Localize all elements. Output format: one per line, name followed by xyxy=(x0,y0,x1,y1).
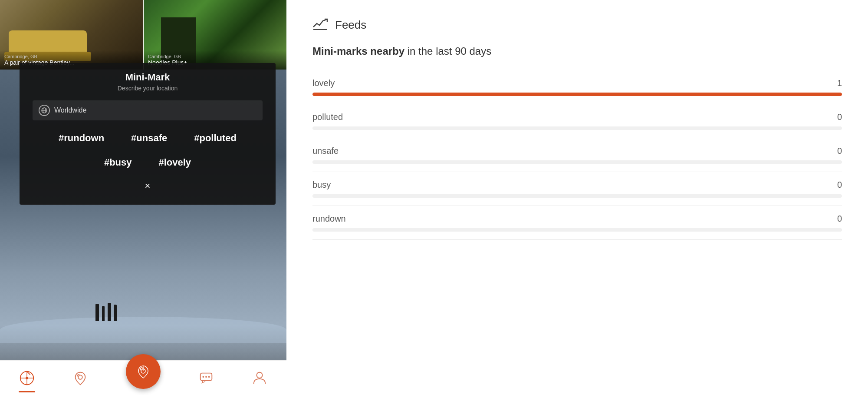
feed-bar-track xyxy=(312,93,842,96)
feed-item: rundown0 xyxy=(312,206,842,240)
location-label: Worldwide xyxy=(54,106,86,114)
wave-decoration xyxy=(0,317,286,343)
svg-point-13 xyxy=(208,376,210,378)
tag-busy[interactable]: #busy xyxy=(97,153,139,172)
tag-polluted[interactable]: #polluted xyxy=(187,129,243,147)
feed-bar-track xyxy=(312,194,842,198)
left-panel: Cambridge, GB A pair of vintage Bentley.… xyxy=(0,0,286,395)
feed-item: polluted0 xyxy=(312,104,842,138)
nav-item-profile[interactable] xyxy=(251,370,268,386)
nav-item-marks[interactable] xyxy=(72,370,89,386)
person-silhouette xyxy=(108,303,111,321)
image-card-1[interactable]: Cambridge, GB A pair of vintage Bentley.… xyxy=(0,0,144,70)
tag-lovely[interactable]: #lovely xyxy=(151,153,198,172)
feed-bar-track xyxy=(312,228,842,232)
feed-item: unsafe0 xyxy=(312,138,842,172)
image-card-2[interactable]: Cambridge, GB Noodles Plus+ xyxy=(144,0,286,70)
feed-item-label: busy xyxy=(312,180,331,190)
feed-item-count: 0 xyxy=(837,214,842,224)
tags-grid: #rundown #unsafe #polluted #busy #lovely xyxy=(33,129,263,172)
tag-rundown[interactable]: #rundown xyxy=(52,129,111,147)
popup-subtitle: Describe your location xyxy=(33,85,263,92)
person-silhouette xyxy=(114,305,117,321)
feed-item-label: unsafe xyxy=(312,146,339,156)
svg-point-12 xyxy=(205,376,207,378)
svg-point-8 xyxy=(79,375,83,379)
feeds-title: Feeds xyxy=(335,18,366,32)
tag-unsafe[interactable]: #unsafe xyxy=(124,129,174,147)
feed-bar-track xyxy=(312,126,842,130)
feed-item-label: polluted xyxy=(312,112,343,122)
feed-bar-track xyxy=(312,160,842,164)
feed-item: busy0 xyxy=(312,172,842,206)
nearby-title: Mini-marks nearby in the last 90 days xyxy=(312,45,842,57)
fab-button[interactable] xyxy=(126,354,161,389)
feed-item-count: 1 xyxy=(837,78,842,88)
popup-title: Mini-Mark xyxy=(33,72,263,83)
feed-item-count: 0 xyxy=(837,180,842,190)
feed-item-count: 0 xyxy=(837,112,842,122)
top-images: Cambridge, GB A pair of vintage Bentley.… xyxy=(0,0,286,70)
feeds-header: Feeds xyxy=(312,17,842,32)
feed-bar-fill xyxy=(312,93,842,96)
feed-item-label: rundown xyxy=(312,214,346,224)
feed-item: lovely1 xyxy=(312,70,842,104)
svg-point-11 xyxy=(202,376,204,378)
right-panel: Feeds Mini-marks nearby in the last 90 d… xyxy=(286,0,868,395)
person-silhouette xyxy=(102,306,105,321)
svg-point-7 xyxy=(26,377,28,379)
feed-item-label: lovely xyxy=(312,78,335,88)
image-location-1: Cambridge, GB xyxy=(4,54,138,59)
feeds-icon xyxy=(312,17,328,32)
nav-item-explore[interactable] xyxy=(19,370,35,386)
close-button[interactable]: × xyxy=(33,180,263,192)
location-bar[interactable]: Worldwide xyxy=(33,100,263,120)
feed-items-list: lovely1polluted0unsafe0busy0rundown0 xyxy=(312,70,842,240)
image-location-2: Cambridge, GB xyxy=(148,54,282,59)
minimark-popup: Mini-Mark Describe your location Worldwi… xyxy=(20,63,276,205)
feed-item-count: 0 xyxy=(837,146,842,156)
person-silhouette xyxy=(95,304,99,321)
svg-point-14 xyxy=(257,372,263,378)
bottom-nav xyxy=(0,360,286,395)
globe-icon xyxy=(39,105,50,116)
nav-item-chat[interactable] xyxy=(198,370,214,386)
